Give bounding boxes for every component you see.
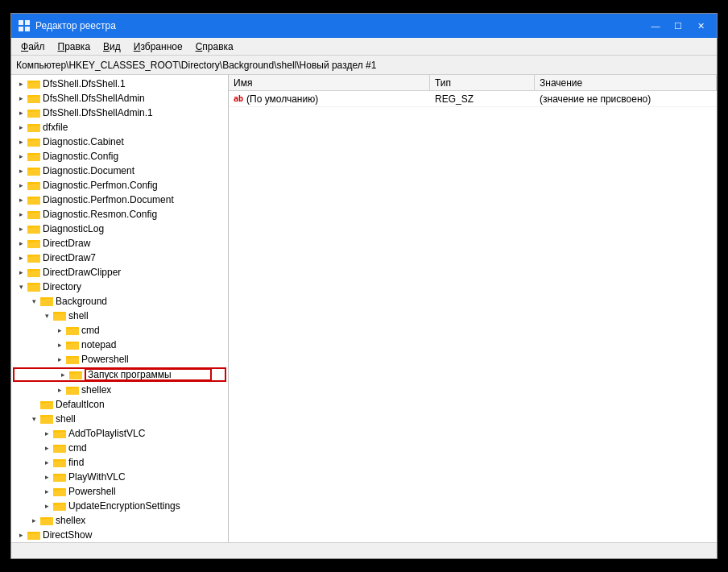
col-header-name: Имя: [229, 75, 430, 90]
svg-rect-9: [27, 95, 33, 97]
svg-rect-21: [27, 153, 33, 155]
svg-rect-78: [53, 430, 59, 433]
tree-item-updateenc[interactable]: UpdateEncryptionSettings: [11, 499, 228, 513]
svg-rect-74: [40, 417, 53, 424]
tree-item-directdraw7[interactable]: DirectDraw7: [11, 251, 228, 265]
tree-item-powershell-bg[interactable]: Powershell: [11, 352, 228, 367]
expander-icon: [53, 353, 66, 366]
tree-label: DfsShell.DfsShellAdmin.1: [43, 107, 153, 118]
menu-help[interactable]: Справка: [189, 39, 240, 54]
tree-item-shellex-dir[interactable]: shellex: [11, 513, 228, 528]
tree-item-powershell-dir[interactable]: Powershell: [11, 484, 228, 499]
tree-item-playwithvlc[interactable]: PlayWithVLC: [11, 470, 228, 484]
tree-item-notepad-bg[interactable]: notepad: [11, 338, 228, 352]
tree-item-shell-dir[interactable]: shell: [11, 412, 228, 426]
tree-label: shell: [68, 310, 89, 321]
svg-rect-99: [27, 532, 33, 534]
expander-icon: [40, 456, 53, 469]
tree-label: DfsShell.DfsShell.1: [43, 78, 126, 89]
tree-item-background[interactable]: Background: [11, 294, 228, 309]
tree-item-dfshelladmin1[interactable]: DfsShell.DfsShellAdmin.1: [11, 106, 228, 120]
expander-icon: [53, 338, 66, 351]
svg-rect-89: [53, 490, 66, 496]
tree-item-directdrawclipper[interactable]: DirectDrawClipper: [11, 265, 228, 280]
tree-item-shell-bg[interactable]: shell: [11, 309, 228, 323]
folder-icon: [27, 136, 40, 147]
row-name-label: (По умолчанию): [246, 93, 318, 105]
folder-icon: [27, 165, 40, 176]
expander-icon: [14, 92, 27, 105]
tree-item-diagresmon[interactable]: Diagnostic.Resmon.Config: [11, 207, 228, 222]
svg-rect-30: [27, 197, 33, 199]
tree-item-cmd-bg[interactable]: cmd: [11, 323, 228, 338]
address-text: Компьютер\HKEY_CLASSES_ROOT\Directory\Ba…: [16, 60, 376, 71]
svg-rect-41: [27, 256, 40, 263]
tree-item-diagperfconfig[interactable]: Diagnostic.Perfmon.Config: [11, 178, 228, 193]
cell-value: (значение не присвоено): [535, 91, 717, 106]
tree-item-diagdoc[interactable]: Diagnostic.Document: [11, 164, 228, 178]
tree-item-addtoplaylistvlc[interactable]: AddToPlaylistVLC: [11, 426, 228, 441]
close-button[interactable]: ✕: [691, 18, 710, 34]
svg-rect-75: [40, 415, 46, 417]
menu-view[interactable]: Вид: [97, 39, 127, 54]
expander-icon: [14, 266, 27, 279]
tree-item-defaulticon[interactable]: DefaultIcon: [11, 397, 228, 412]
tree-label: shellex: [81, 384, 111, 396]
tree-label: DirectDrawClipper: [43, 267, 121, 278]
tree-item-diaglog[interactable]: DiagnosticLog: [11, 222, 228, 236]
tree-item-diagcab[interactable]: Diagnostic.Cabinet: [11, 135, 228, 149]
tree-item-directdraw[interactable]: DirectDraw: [11, 236, 228, 251]
expander-icon: [14, 150, 27, 163]
expander-icon: [40, 470, 53, 483]
svg-rect-8: [27, 97, 40, 103]
svg-rect-72: [40, 401, 46, 404]
tree-panel[interactable]: DfsShell.DfsShell.1 DfsShell.DfsShellAdm…: [11, 75, 229, 542]
tree-label: shell: [56, 413, 76, 425]
table-row[interactable]: ab (По умолчанию) REG_SZ (значение не пр…: [229, 91, 717, 107]
cell-type: REG_SZ: [430, 91, 535, 106]
svg-rect-50: [40, 299, 53, 306]
cell-name: ab (По умолчанию): [229, 91, 430, 106]
tree-item-dfsshell1[interactable]: DfsShell.DfsShell.1: [11, 77, 228, 91]
tree-item-find[interactable]: find: [11, 455, 228, 470]
rename-input[interactable]: [85, 368, 212, 381]
tree-item-dfshelladmin[interactable]: DfsShell.DfsShellAdmin: [11, 91, 228, 106]
expander-icon: [53, 324, 66, 337]
svg-rect-66: [69, 371, 75, 374]
ab-icon: ab: [234, 94, 243, 103]
maximize-button[interactable]: ☐: [668, 18, 688, 34]
svg-rect-59: [66, 343, 79, 350]
expander-icon: [27, 514, 40, 527]
tree-item-dfxfile[interactable]: dfxfile: [11, 120, 228, 135]
tree-item-cmd-dir[interactable]: cmd: [11, 441, 228, 455]
menu-favorites[interactable]: Избранное: [127, 39, 189, 54]
folder-icon: [53, 500, 66, 512]
expander-icon: [40, 427, 53, 440]
tree-item-shellex-bg[interactable]: shellex: [11, 383, 228, 397]
svg-rect-51: [40, 297, 46, 300]
folder-icon: [27, 151, 40, 162]
svg-rect-65: [69, 373, 82, 379]
expander-icon: [14, 179, 27, 192]
svg-rect-15: [27, 124, 33, 126]
svg-rect-44: [27, 271, 40, 277]
svg-rect-27: [27, 182, 33, 184]
tree-label: UpdateEncryptionSettings: [68, 500, 180, 512]
menu-file[interactable]: Файл: [14, 39, 52, 54]
tree-item-directshow[interactable]: DirectShow: [11, 528, 228, 542]
minimize-button[interactable]: —: [646, 18, 665, 34]
tree-item-diagperfdoc[interactable]: Diagnostic.Perfmon.Document: [11, 193, 228, 207]
tree-label: cmd: [68, 442, 87, 454]
tree-item-new-key[interactable]: [13, 367, 226, 382]
tree-item-diagconfig[interactable]: Diagnostic.Config: [11, 149, 228, 164]
svg-rect-17: [27, 140, 40, 147]
tree-item-directory[interactable]: Directory: [11, 280, 228, 294]
menu-edit[interactable]: Правка: [52, 39, 97, 54]
expander-icon: [27, 412, 40, 425]
folder-icon: [27, 223, 40, 234]
expander-icon: [14, 208, 27, 221]
tree-label: dfxfile: [43, 122, 68, 133]
menu-bar: Файл Правка Вид Избранное Справка: [11, 38, 717, 56]
folder-icon: [53, 428, 66, 439]
expander-icon: [27, 398, 40, 411]
